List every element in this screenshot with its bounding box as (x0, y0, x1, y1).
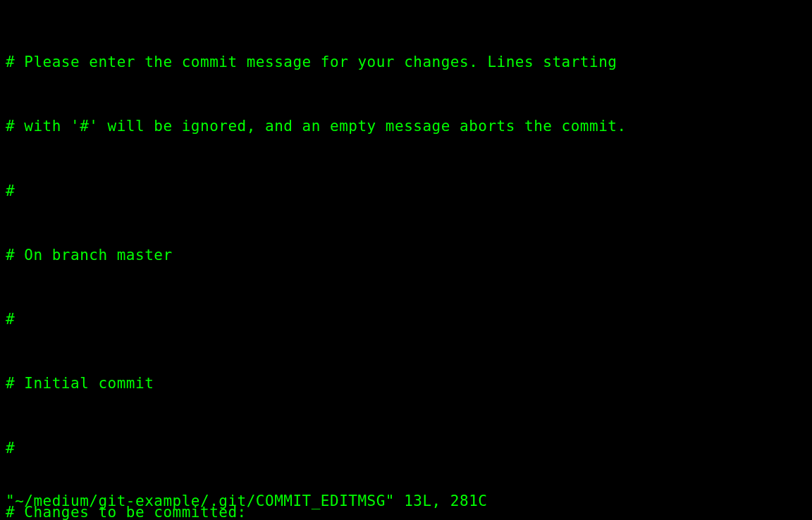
commit-comment-line: # (6, 180, 806, 202)
commit-comment-line: # (6, 309, 806, 330)
commit-comment-line: # with '#' will be ignored, and an empty… (6, 116, 806, 137)
vim-editor-buffer[interactable]: # Please enter the commit message for yo… (6, 8, 806, 520)
commit-comment-line: # (6, 438, 806, 459)
commit-comment-line: # On branch master (6, 244, 806, 266)
commit-comment-line: # Initial commit (6, 373, 806, 394)
vim-status-line: "~/medium/git-example/.git/COMMIT_EDITMS… (6, 490, 487, 512)
commit-comment-line: # Please enter the commit message for yo… (6, 51, 806, 73)
